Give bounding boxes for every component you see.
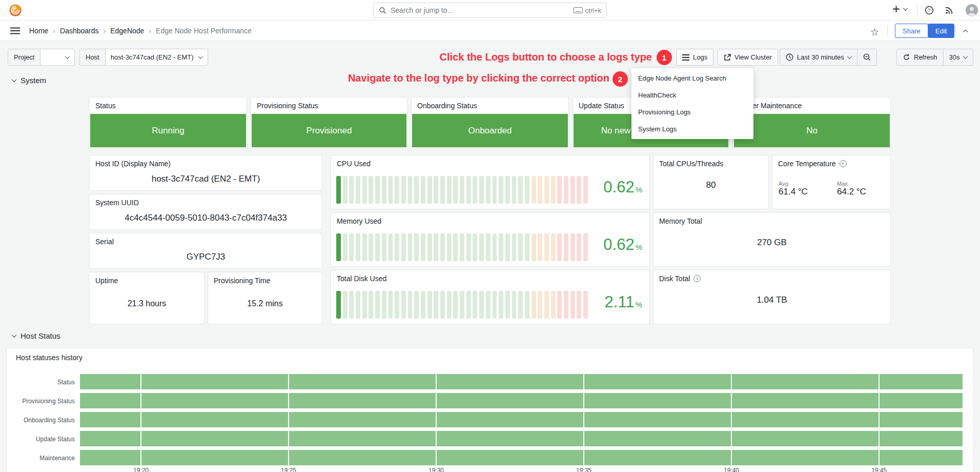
gauge-cell	[343, 233, 348, 261]
global-search: ctrl+k	[373, 3, 607, 18]
gauge-cell	[336, 176, 341, 204]
gauge-cell	[440, 291, 445, 319]
grafana-logo-icon[interactable]	[8, 3, 23, 17]
zoom-out-button[interactable]	[857, 49, 876, 65]
gauge-cell	[532, 291, 536, 319]
gauge-cell	[389, 233, 393, 261]
chevron-down-icon	[198, 54, 203, 59]
status-value: No	[734, 114, 890, 147]
info-icon[interactable]: i	[693, 275, 701, 282]
news-rss-icon[interactable]	[945, 6, 954, 15]
refresh-interval-button[interactable]: 30s	[943, 49, 973, 65]
chart-state-bar[interactable]	[80, 374, 963, 389]
gauge-cell	[460, 176, 464, 204]
panel-system-uuid: System UUID 4c4c4544-0059-5010-8043-c7c0…	[89, 194, 322, 230]
menu-item-system-logs[interactable]: System Logs	[631, 121, 753, 137]
edit-button[interactable]: Edit	[928, 24, 954, 38]
core-temp-max: Max 64.2 °C	[837, 181, 866, 197]
memory-used-value: 0.62%	[603, 235, 642, 254]
chart-state-bar[interactable]	[80, 431, 963, 446]
menu-item-provisioning-logs[interactable]: Provisioning Logs	[631, 104, 753, 121]
panel-cpu-used: CPU Used 0.62%	[331, 155, 650, 209]
gauge-cell	[518, 291, 523, 319]
section-system[interactable]: System	[12, 76, 46, 85]
breadcrumb-dashboards[interactable]: Dashboards	[60, 27, 99, 35]
gauge-cell	[395, 176, 399, 204]
search-input[interactable]	[391, 6, 569, 14]
help-icon[interactable]: ?	[925, 6, 934, 15]
gauge-cell	[382, 233, 386, 261]
gauge-cell	[532, 176, 536, 204]
gauge-cell	[421, 176, 425, 204]
refresh-button[interactable]: Refresh	[897, 49, 943, 65]
user-avatar[interactable]	[966, 4, 978, 16]
info-icon[interactable]: i	[840, 160, 847, 167]
project-variable-select[interactable]	[40, 49, 74, 65]
section-host-status[interactable]: Host Status	[12, 331, 60, 340]
chevron-down-icon	[12, 332, 17, 338]
gauge-cell	[493, 176, 497, 204]
host-variable: Host host-3c747cad (EN2 - EMT)	[79, 49, 208, 66]
disk-gauge	[336, 291, 588, 319]
host-variable-value: host-3c747cad (EN2 - EMT)	[111, 53, 194, 61]
time-range-button[interactable]: Last 30 minutes	[780, 49, 857, 65]
serial-value: GYPC7J3	[90, 252, 322, 262]
gauge-cell	[473, 233, 477, 261]
gauge-cell	[551, 291, 556, 319]
gauge-cell	[544, 176, 549, 204]
status-value: Provisioned	[252, 114, 406, 147]
panel-title: Disk Total i	[659, 274, 701, 283]
core-temp-avg: Avg 61.4 °C	[779, 181, 808, 197]
star-favorite-icon[interactable]: ☆	[870, 26, 879, 38]
disk-used-value: 2.11%	[605, 293, 642, 311]
gauge-cell	[382, 176, 386, 204]
gauge-cell	[440, 233, 445, 261]
view-cluster-button[interactable]: View Cluster	[718, 49, 778, 66]
chart-row-label: Maintenance	[3, 455, 75, 462]
gauge-cell	[447, 291, 452, 319]
share-button[interactable]: Share	[895, 24, 928, 38]
annotation-step1-text: Click the Logs button to choose a logs t…	[440, 51, 652, 63]
x-axis-tick: 19:25	[281, 467, 296, 472]
gauge-cell	[544, 291, 549, 319]
breadcrumb-separator: ›	[144, 27, 156, 35]
menu-item-healthcheck[interactable]: HealthCheck	[631, 87, 753, 104]
gauge-cell	[395, 233, 399, 261]
gauge-cell	[421, 233, 425, 261]
chevron-down-icon	[963, 54, 968, 59]
gauge-cell	[525, 291, 529, 319]
cpu-gauge	[336, 176, 588, 204]
chart-state-bar[interactable]	[80, 393, 963, 408]
gauge-cell	[447, 233, 452, 261]
gauge-cell	[466, 291, 471, 319]
host-variable-select[interactable]: host-3c747cad (EN2 - EMT)	[106, 49, 208, 65]
panel-total-cpus: Total CPUs/Threads 80	[653, 155, 769, 209]
gauge-cell	[349, 233, 354, 261]
status-value: Onboarded	[412, 114, 568, 147]
gauge-cell	[486, 176, 491, 204]
logs-dropdown-menu: Edge Node Agent Log Search HealthCheck P…	[631, 68, 753, 139]
x-axis-tick: 19:45	[871, 467, 887, 472]
panel-title: Memory Total	[659, 217, 702, 225]
gauge-cell	[499, 233, 503, 261]
chart-state-bar[interactable]	[80, 412, 963, 427]
menu-item-edge-node-agent-log-search[interactable]: Edge Node Agent Log Search	[631, 70, 753, 87]
new-button[interactable]	[892, 5, 907, 13]
gauge-cell	[512, 176, 517, 204]
total-cpus-value: 80	[654, 180, 768, 190]
chart-state-bar[interactable]	[80, 450, 963, 465]
gauge-cell	[479, 176, 484, 204]
breadcrumb-bar: Home › Dashboards › EdgeNode › Edge Node…	[0, 21, 980, 41]
gauge-cell	[382, 291, 386, 319]
collapse-chevron-up-icon[interactable]	[964, 29, 967, 32]
breadcrumb-home[interactable]: Home	[29, 27, 48, 35]
gauge-cell	[369, 233, 373, 261]
logs-button[interactable]: Logs	[676, 49, 713, 66]
panel-provisioning-time: Provisioning Time 15.2 mins	[208, 272, 322, 324]
panel-serial: Serial GYPC7J3	[89, 233, 322, 269]
menu-hamburger-icon[interactable]	[10, 27, 20, 34]
gauge-cell	[570, 291, 575, 319]
gauge-cell	[356, 233, 360, 261]
gauge-cell	[401, 176, 406, 204]
breadcrumb-edgenode[interactable]: EdgeNode	[110, 27, 144, 35]
